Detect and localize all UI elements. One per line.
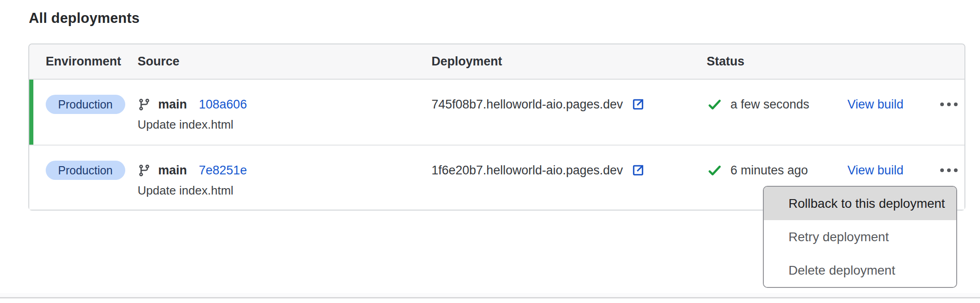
column-header-deployment: Deployment (431, 54, 707, 69)
success-check-icon (708, 97, 722, 112)
status-time: 6 minutes ago (730, 163, 808, 178)
git-branch-icon (138, 164, 151, 177)
row-actions-button[interactable] (937, 94, 960, 114)
success-check-icon (708, 163, 722, 178)
table-header-row: Environment Source Deployment Status (29, 44, 964, 80)
branch-name: main (158, 163, 187, 178)
external-link-icon[interactable] (631, 163, 645, 178)
commit-link[interactable]: 108a606 (199, 97, 247, 112)
environment-badge: Production (46, 161, 125, 180)
column-header-source: Source (138, 54, 431, 69)
deployment-context-menu: Rollback to this deployment Retry deploy… (763, 186, 957, 288)
commit-link[interactable]: 7e8251e (199, 163, 247, 178)
column-header-environment: Environment (29, 54, 138, 69)
column-header-status: Status (707, 54, 844, 69)
menu-item-retry[interactable]: Retry deployment (764, 220, 956, 254)
deployment-row: Production main 108a606 Update index.htm… (29, 80, 964, 145)
branch-name: main (158, 97, 187, 112)
ellipsis-icon (940, 168, 944, 172)
view-build-link[interactable]: View build (847, 97, 904, 112)
ellipsis-icon (940, 103, 944, 106)
git-branch-icon (138, 98, 151, 111)
commit-message: Update index.html (138, 118, 431, 132)
deployment-url: 745f08b7.helloworld-aio.pages.dev (431, 97, 623, 112)
commit-message: Update index.html (138, 184, 431, 198)
row-actions-button[interactable] (937, 160, 960, 180)
view-build-link[interactable]: View build (847, 163, 904, 178)
menu-item-delete[interactable]: Delete deployment (764, 254, 956, 287)
status-time: a few seconds (730, 97, 810, 112)
page-title: All deployments (29, 10, 139, 27)
environment-badge: Production (46, 95, 125, 114)
deployment-url: 1f6e20b7.helloworld-aio.pages.dev (431, 163, 623, 178)
section-bottom-divider (0, 293, 980, 298)
menu-item-rollback[interactable]: Rollback to this deployment (764, 187, 956, 220)
external-link-icon[interactable] (631, 97, 645, 112)
